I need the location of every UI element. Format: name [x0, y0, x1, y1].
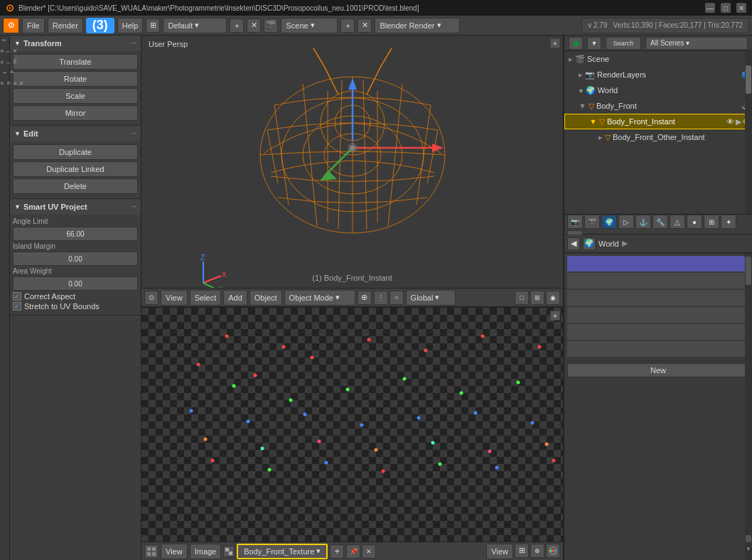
proportional-btn[interactable]: ○: [390, 291, 404, 305]
props-back-btn[interactable]: ◀: [567, 237, 580, 250]
outliner-item-body-front-instant[interactable]: ▼ ▽ Body_Front_Instant 👁 ▶ ⚙: [564, 114, 752, 129]
bfi-eye-icon[interactable]: 👁: [726, 117, 734, 126]
props-material-btn[interactable]: ●: [687, 215, 702, 229]
snap-btn[interactable]: ⋮: [374, 291, 388, 305]
layout-icon[interactable]: ⊞: [146, 18, 160, 33]
outliner-icon[interactable]: 🌲: [569, 37, 583, 50]
add-workspace-btn[interactable]: +: [230, 18, 244, 33]
scene-remove-btn[interactable]: ✕: [358, 18, 372, 33]
props-object-btn[interactable]: ▷: [618, 215, 634, 229]
material-slot-4[interactable]: [567, 307, 749, 323]
props-world-nav-icon[interactable]: 🌍: [583, 237, 596, 250]
duplicate-btn[interactable]: Duplicate: [13, 144, 138, 160]
tab-grease[interactable]: Grease: [0, 79, 24, 86]
outliner-item-scene[interactable]: ▸ 🎬 Scene: [564, 51, 752, 67]
props-texture-btn[interactable]: ⊞: [704, 215, 719, 229]
texture-name-display[interactable]: Body_Front_Texture ▾: [237, 544, 328, 559]
tab-transform[interactable]: T: [1, 37, 8, 43]
file-menu[interactable]: File: [22, 18, 45, 33]
props-constraints-btn[interactable]: ⚓: [635, 215, 651, 229]
outliner-view-btn[interactable]: ▼: [587, 37, 601, 50]
3d-viewport[interactable]: User Persp: [141, 36, 563, 288]
render-menu[interactable]: Render: [48, 18, 83, 33]
smart-uv-header[interactable]: ▼ Smart UV Project ···: [10, 199, 141, 215]
view3d-mode-icon[interactable]: ⊙: [144, 291, 159, 305]
props-data-btn[interactable]: △: [670, 215, 685, 229]
tab-rela[interactable]: Rela: [0, 47, 18, 54]
rendered-mode-btn[interactable]: ◉: [546, 291, 560, 305]
area-weight-field[interactable]: 0.00: [13, 276, 138, 291]
uv-view[interactable]: +: [141, 308, 563, 542]
maximize-button[interactable]: □: [721, 3, 731, 13]
materials-scrollbar[interactable]: ▼: [745, 253, 752, 560]
workspace-dropdown[interactable]: Default ▾: [163, 18, 227, 33]
rl-label: RenderLayers: [597, 70, 646, 79]
renderer-dropdown[interactable]: Blender Render ▾: [375, 18, 460, 33]
rotate-btn[interactable]: Rotate: [13, 71, 138, 87]
stretch-uv-checkbox[interactable]: [13, 302, 21, 311]
edit-header[interactable]: ▼ Edit ···: [10, 126, 141, 141]
material-slot-5[interactable]: [567, 324, 749, 340]
props-particles-btn[interactable]: ✦: [721, 215, 736, 229]
uv-fit-btn[interactable]: ⊞: [515, 544, 529, 558]
props-render-btn[interactable]: 📷: [567, 215, 583, 229]
island-margin-field[interactable]: 0.00: [13, 252, 138, 266]
duplicate-linked-btn[interactable]: Duplicate Linked: [13, 161, 138, 177]
outliner-scrollbar[interactable]: [745, 51, 752, 214]
uv-editor-icon[interactable]: [144, 544, 159, 559]
delete-btn[interactable]: Delete: [13, 178, 138, 194]
scroll-down-arrow[interactable]: ▼: [746, 546, 751, 552]
angle-limit-field[interactable]: 66.00: [13, 227, 138, 241]
outliner-item-body-front[interactable]: ▼ ▽ Body_Front ⚓: [564, 98, 752, 114]
correct-aspect-checkbox[interactable]: [13, 292, 21, 301]
view3d-view-menu[interactable]: View: [161, 290, 188, 306]
scene-dropdown[interactable]: Scene ▾: [281, 18, 338, 33]
svg-point-41: [367, 338, 371, 342]
remove-workspace-btn[interactable]: ✕: [247, 18, 261, 33]
props-scene-btn[interactable]: 🎬: [584, 215, 600, 229]
material-item-1[interactable]: [567, 256, 749, 271]
view3d-add-menu[interactable]: Add: [223, 290, 247, 306]
uv-add-btn[interactable]: +: [330, 544, 344, 559]
solid-mode-btn[interactable]: □: [515, 291, 529, 305]
uv-view-menu[interactable]: View: [161, 544, 188, 559]
transform-header[interactable]: ▼ Transform ···: [10, 36, 141, 51]
view3d-select-menu[interactable]: Select: [190, 290, 222, 306]
new-material-btn[interactable]: New: [567, 363, 749, 377]
outliner-item-body-front-other[interactable]: ▸ ▽ Body_Front_Other_Instant: [564, 129, 752, 145]
uv-image-menu[interactable]: Image: [190, 544, 222, 559]
props-world-btn[interactable]: 🌍: [601, 215, 617, 229]
blender-icon-btn[interactable]: ⊙: [3, 18, 19, 33]
tab-anim[interactable]: Anim: [0, 58, 18, 65]
view3d-pivot-icon[interactable]: ⊕: [358, 291, 372, 305]
props-modifier-btn[interactable]: 🔧: [652, 215, 668, 229]
close-button[interactable]: ✕: [736, 3, 746, 13]
uv-r-btn[interactable]: [546, 544, 560, 558]
translate-btn[interactable]: Translate: [13, 54, 138, 70]
tab-pty[interactable]: Pty: [0, 68, 14, 75]
outliner-item-renderlayers[interactable]: ▸ 📷 RenderLayers 🔵: [564, 67, 752, 82]
material-slot-6[interactable]: [567, 341, 749, 357]
uv-unpin-btn[interactable]: ✕: [362, 544, 376, 559]
scene-icon[interactable]: 🎬: [264, 18, 278, 33]
view3d-object-menu[interactable]: Object: [249, 290, 282, 306]
view3d-mode-dropdown[interactable]: Object Mode ▾: [284, 290, 355, 306]
uv-view-btn-right[interactable]: View: [486, 544, 513, 559]
scene-add-btn[interactable]: +: [340, 18, 355, 33]
uv-pin-btn[interactable]: 📌: [346, 544, 360, 559]
scale-btn[interactable]: Scale: [13, 88, 138, 104]
view3d-global-dropdown[interactable]: Global ▾: [406, 290, 456, 306]
material-slot-3[interactable]: [567, 290, 749, 306]
outliner-scenes-dropdown[interactable]: All Scenes ▾: [645, 37, 748, 50]
uv-split-btn[interactable]: +: [550, 311, 560, 321]
uv-texture-icon[interactable]: [223, 546, 235, 557]
outliner-search-btn[interactable]: Search: [606, 37, 641, 50]
material-slot-2[interactable]: [567, 273, 749, 289]
help-menu[interactable]: Help: [117, 18, 144, 33]
uv-zoom-btn[interactable]: ⊕: [530, 544, 544, 558]
wire-mode-btn[interactable]: ⊞: [530, 291, 544, 305]
mirror-btn[interactable]: Mirror: [13, 105, 138, 121]
viewport-split-btn[interactable]: +: [550, 38, 560, 48]
minimize-button[interactable]: —: [705, 3, 715, 13]
outliner-item-world[interactable]: ● 🌍 World: [564, 82, 752, 98]
